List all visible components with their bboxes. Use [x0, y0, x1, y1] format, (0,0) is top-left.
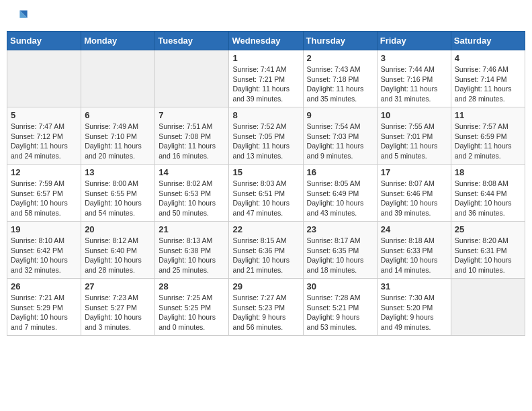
- day-number: 18: [455, 167, 521, 177]
- week-row-5: 26Sunrise: 7:21 AM Sunset: 5:29 PM Dayli…: [7, 279, 525, 336]
- calendar-cell: 31Sunrise: 7:30 AM Sunset: 5:20 PM Dayli…: [377, 279, 451, 336]
- day-info: Sunrise: 7:28 AM Sunset: 5:21 PM Dayligh…: [307, 293, 373, 332]
- day-number: 8: [232, 110, 299, 120]
- day-number: 21: [159, 224, 225, 234]
- page-header: [7, 7, 525, 26]
- day-number: 12: [11, 167, 77, 177]
- day-number: 11: [455, 110, 521, 120]
- day-info: Sunrise: 7:49 AM Sunset: 7:10 PM Dayligh…: [85, 122, 151, 161]
- day-number: 30: [307, 281, 373, 291]
- calendar-cell: 18Sunrise: 8:08 AM Sunset: 6:44 PM Dayli…: [451, 165, 525, 222]
- calendar-cell: 4Sunrise: 7:46 AM Sunset: 7:14 PM Daylig…: [451, 50, 525, 107]
- day-number: 25: [455, 224, 521, 234]
- calendar-cell: 28Sunrise: 7:25 AM Sunset: 5:25 PM Dayli…: [155, 279, 229, 336]
- calendar-cell: 10Sunrise: 7:55 AM Sunset: 7:01 PM Dayli…: [377, 107, 451, 165]
- day-info: Sunrise: 7:43 AM Sunset: 7:18 PM Dayligh…: [307, 64, 373, 104]
- day-number: 2: [307, 53, 373, 63]
- day-number: 14: [159, 167, 225, 177]
- weekday-header-wednesday: Wednesday: [229, 32, 303, 50]
- calendar-cell: 14Sunrise: 8:02 AM Sunset: 6:53 PM Dayli…: [155, 165, 229, 222]
- day-info: Sunrise: 7:59 AM Sunset: 6:57 PM Dayligh…: [11, 179, 77, 218]
- day-info: Sunrise: 7:27 AM Sunset: 5:23 PM Dayligh…: [232, 293, 299, 332]
- day-number: 17: [381, 167, 447, 177]
- day-info: Sunrise: 8:18 AM Sunset: 6:33 PM Dayligh…: [381, 236, 447, 275]
- calendar-cell: [451, 279, 525, 336]
- day-info: Sunrise: 7:30 AM Sunset: 5:20 PM Dayligh…: [381, 293, 447, 332]
- day-info: Sunrise: 8:08 AM Sunset: 6:44 PM Dayligh…: [455, 179, 521, 218]
- calendar-cell: 11Sunrise: 7:57 AM Sunset: 6:59 PM Dayli…: [451, 107, 525, 165]
- calendar-cell: 29Sunrise: 7:27 AM Sunset: 5:23 PM Dayli…: [229, 279, 303, 336]
- calendar-cell: 5Sunrise: 7:47 AM Sunset: 7:12 PM Daylig…: [7, 107, 81, 165]
- calendar-cell: 23Sunrise: 8:17 AM Sunset: 6:35 PM Dayli…: [303, 222, 377, 279]
- calendar-cell: 26Sunrise: 7:21 AM Sunset: 5:29 PM Dayli…: [7, 279, 81, 336]
- day-info: Sunrise: 7:41 AM Sunset: 7:21 PM Dayligh…: [232, 64, 299, 104]
- calendar-cell: 19Sunrise: 8:10 AM Sunset: 6:42 PM Dayli…: [7, 222, 81, 279]
- day-info: Sunrise: 7:47 AM Sunset: 7:12 PM Dayligh…: [11, 122, 77, 161]
- day-info: Sunrise: 8:20 AM Sunset: 6:31 PM Dayligh…: [455, 236, 521, 275]
- calendar-cell: 6Sunrise: 7:49 AM Sunset: 7:10 PM Daylig…: [81, 107, 155, 165]
- day-info: Sunrise: 7:25 AM Sunset: 5:25 PM Dayligh…: [159, 293, 225, 332]
- calendar-cell: 8Sunrise: 7:52 AM Sunset: 7:05 PM Daylig…: [229, 107, 303, 165]
- calendar-cell: 1Sunrise: 7:41 AM Sunset: 7:21 PM Daylig…: [229, 50, 303, 107]
- calendar-cell: 13Sunrise: 8:00 AM Sunset: 6:55 PM Dayli…: [81, 165, 155, 222]
- day-number: 16: [307, 167, 373, 177]
- day-info: Sunrise: 7:44 AM Sunset: 7:16 PM Dayligh…: [381, 64, 447, 104]
- day-info: Sunrise: 7:51 AM Sunset: 7:08 PM Dayligh…: [159, 122, 225, 161]
- day-info: Sunrise: 8:02 AM Sunset: 6:53 PM Dayligh…: [159, 179, 225, 218]
- calendar-cell: 9Sunrise: 7:54 AM Sunset: 7:03 PM Daylig…: [303, 107, 377, 165]
- calendar-cell: 2Sunrise: 7:43 AM Sunset: 7:18 PM Daylig…: [303, 50, 377, 107]
- day-number: 4: [455, 53, 521, 63]
- day-number: 31: [381, 281, 447, 291]
- weekday-header-friday: Friday: [377, 32, 451, 50]
- day-info: Sunrise: 7:52 AM Sunset: 7:05 PM Dayligh…: [232, 122, 299, 161]
- day-info: Sunrise: 8:10 AM Sunset: 6:42 PM Dayligh…: [11, 236, 77, 275]
- week-row-4: 19Sunrise: 8:10 AM Sunset: 6:42 PM Dayli…: [7, 222, 525, 279]
- day-number: 5: [11, 110, 77, 120]
- day-info: Sunrise: 7:55 AM Sunset: 7:01 PM Dayligh…: [381, 122, 447, 161]
- weekday-header-saturday: Saturday: [451, 32, 525, 50]
- calendar-cell: 12Sunrise: 7:59 AM Sunset: 6:57 PM Dayli…: [7, 165, 81, 222]
- calendar-cell: 17Sunrise: 8:07 AM Sunset: 6:46 PM Dayli…: [377, 165, 451, 222]
- day-number: 26: [11, 281, 77, 291]
- day-info: Sunrise: 8:17 AM Sunset: 6:35 PM Dayligh…: [307, 236, 373, 275]
- day-number: 27: [85, 281, 151, 291]
- calendar-cell: 7Sunrise: 7:51 AM Sunset: 7:08 PM Daylig…: [155, 107, 229, 165]
- week-row-2: 5Sunrise: 7:47 AM Sunset: 7:12 PM Daylig…: [7, 107, 525, 165]
- logo-icon: [9, 7, 28, 26]
- weekday-header-sunday: Sunday: [7, 32, 81, 50]
- day-number: 23: [307, 224, 373, 234]
- calendar-cell: 15Sunrise: 8:03 AM Sunset: 6:51 PM Dayli…: [229, 165, 303, 222]
- day-info: Sunrise: 7:54 AM Sunset: 7:03 PM Dayligh…: [307, 122, 373, 161]
- day-number: 9: [307, 110, 373, 120]
- calendar-cell: [7, 50, 81, 107]
- day-number: 3: [381, 53, 447, 63]
- calendar-cell: 30Sunrise: 7:28 AM Sunset: 5:21 PM Dayli…: [303, 279, 377, 336]
- calendar-cell: 27Sunrise: 7:23 AM Sunset: 5:27 PM Dayli…: [81, 279, 155, 336]
- day-number: 19: [11, 224, 77, 234]
- day-number: 28: [159, 281, 225, 291]
- day-number: 29: [232, 281, 299, 291]
- day-number: 24: [381, 224, 447, 234]
- weekday-header-tuesday: Tuesday: [155, 32, 229, 50]
- calendar-cell: 20Sunrise: 8:12 AM Sunset: 6:40 PM Dayli…: [81, 222, 155, 279]
- day-number: 7: [159, 110, 225, 120]
- day-info: Sunrise: 8:12 AM Sunset: 6:40 PM Dayligh…: [85, 236, 151, 275]
- calendar-cell: 16Sunrise: 8:05 AM Sunset: 6:49 PM Dayli…: [303, 165, 377, 222]
- calendar-cell: 24Sunrise: 8:18 AM Sunset: 6:33 PM Dayli…: [377, 222, 451, 279]
- day-number: 22: [232, 224, 299, 234]
- day-info: Sunrise: 7:23 AM Sunset: 5:27 PM Dayligh…: [85, 293, 151, 332]
- day-info: Sunrise: 7:46 AM Sunset: 7:14 PM Dayligh…: [455, 64, 521, 104]
- day-number: 13: [85, 167, 151, 177]
- day-info: Sunrise: 8:00 AM Sunset: 6:55 PM Dayligh…: [85, 179, 151, 218]
- day-number: 1: [232, 53, 299, 63]
- calendar-cell: 21Sunrise: 8:13 AM Sunset: 6:38 PM Dayli…: [155, 222, 229, 279]
- logo: [9, 7, 31, 26]
- calendar-cell: [155, 50, 229, 107]
- week-row-1: 1Sunrise: 7:41 AM Sunset: 7:21 PM Daylig…: [7, 50, 525, 107]
- day-info: Sunrise: 8:05 AM Sunset: 6:49 PM Dayligh…: [307, 179, 373, 218]
- calendar-table: SundayMondayTuesdayWednesdayThursdayFrid…: [7, 31, 525, 336]
- weekday-header-row: SundayMondayTuesdayWednesdayThursdayFrid…: [7, 32, 525, 50]
- day-number: 6: [85, 110, 151, 120]
- calendar-cell: 3Sunrise: 7:44 AM Sunset: 7:16 PM Daylig…: [377, 50, 451, 107]
- weekday-header-thursday: Thursday: [303, 32, 377, 50]
